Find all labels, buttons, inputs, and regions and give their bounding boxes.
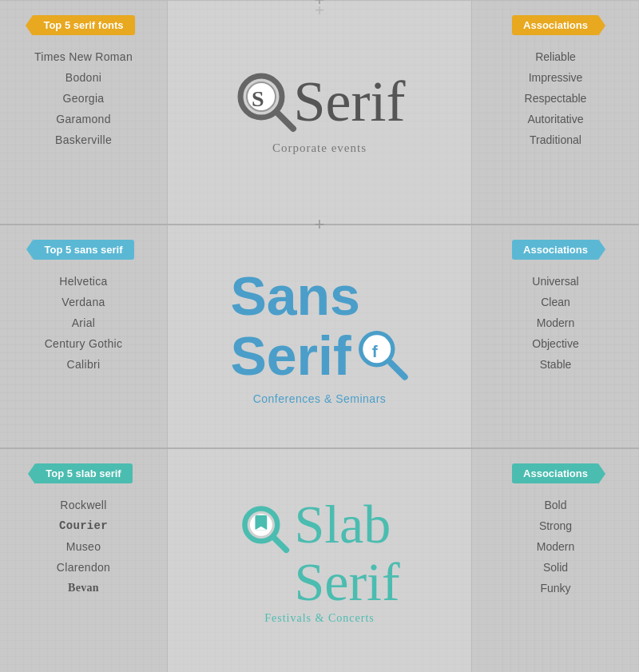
serif-title-text: Serif bbox=[294, 73, 406, 130]
svg-text:S: S bbox=[252, 86, 264, 111]
serif-center-panel: S Serif Corporate events bbox=[168, 1, 471, 224]
slab-subtitle-text: Festivals & Concerts bbox=[264, 612, 374, 625]
list-item: Rockwell bbox=[0, 495, 167, 515]
magnifier-serif-icon: S bbox=[234, 70, 298, 133]
svg-line-2 bbox=[276, 112, 293, 129]
list-item: Garamond bbox=[0, 109, 167, 129]
slab-top-fonts-tag: Top 5 slab serif bbox=[34, 463, 132, 483]
list-item: Objective bbox=[472, 333, 639, 354]
list-item: Traditional bbox=[472, 129, 639, 150]
serif-font-list: Times New Roman Bodoni Georgia Garamond … bbox=[0, 46, 167, 150]
magnifier-slab-icon bbox=[239, 503, 291, 555]
slab-font-list: Rockwell Courier Museo Clarendon Bevan bbox=[0, 495, 167, 598]
list-item: Stable bbox=[472, 354, 639, 375]
magnifier-sans-icon: f bbox=[353, 325, 409, 381]
serif-section: Top 5 serif fonts Times New Roman Bodoni… bbox=[0, 0, 639, 225]
list-item: Respectable bbox=[472, 88, 639, 109]
list-item: Bevan bbox=[0, 578, 167, 598]
list-item: Impressive bbox=[472, 67, 639, 88]
sans-assoc-list: Universal Clean Modern Objective Stable bbox=[472, 271, 639, 375]
list-item: Calibri bbox=[0, 354, 167, 375]
svg-text:f: f bbox=[371, 342, 378, 360]
list-item: Georgia bbox=[0, 88, 167, 109]
sans-logo: Sans Serif f bbox=[230, 268, 408, 387]
slab-left-panel: Top 5 slab serif Rockwell Courier Museo … bbox=[0, 449, 168, 672]
sans-associations-tag: Associations bbox=[512, 240, 599, 260]
sans-right-panel: Associations Universal Clean Modern Obje… bbox=[471, 225, 639, 448]
list-item: Funky bbox=[472, 578, 639, 598]
list-item: Times New Roman bbox=[0, 46, 167, 67]
sans-left-panel: Top 5 sans serif Helvetica Verdana Arial… bbox=[0, 225, 168, 448]
list-item: Reliable bbox=[472, 46, 639, 67]
sans-title2-text: Serif bbox=[230, 328, 351, 384]
sans-top-fonts-tag: Top 5 sans serif bbox=[33, 240, 133, 260]
sans-subtitle-text: Conferences & Seminars bbox=[253, 392, 387, 405]
slab-section: Top 5 slab serif Rockwell Courier Museo … bbox=[0, 449, 639, 672]
svg-line-7 bbox=[391, 363, 405, 377]
slab-assoc-list: Bold Strong Modern Solid Funky bbox=[472, 495, 639, 598]
slab-center-panel: Slab Serif Festivals & Concerts bbox=[168, 449, 471, 672]
list-item: Courier bbox=[0, 515, 167, 536]
serif-top-fonts-tag: Top 5 serif fonts bbox=[32, 15, 134, 35]
svg-line-12 bbox=[274, 538, 287, 551]
section1-plus-sign: + bbox=[315, 0, 325, 9]
serif-right-panel: Associations Reliable Impressive Respect… bbox=[471, 1, 639, 224]
list-item: Bodoni bbox=[0, 67, 167, 88]
list-item: Modern bbox=[472, 536, 639, 557]
list-item: Museo bbox=[0, 536, 167, 557]
list-item: Clarendon bbox=[0, 557, 167, 578]
list-item: Autoritative bbox=[472, 109, 639, 129]
section2-plus-sign: + bbox=[315, 216, 325, 233]
list-item: Strong bbox=[472, 515, 639, 536]
slab-title2-text: Serif bbox=[294, 554, 399, 610]
sans-font-list: Helvetica Verdana Arial Century Gothic C… bbox=[0, 271, 167, 375]
slab-associations-tag: Associations bbox=[512, 463, 599, 483]
list-item: Universal bbox=[472, 271, 639, 292]
serif-assoc-list: Reliable Impressive Respectable Autorita… bbox=[472, 46, 639, 150]
serif-left-panel: Top 5 serif fonts Times New Roman Bodoni… bbox=[0, 1, 168, 224]
page: + Top 5 serif fonts Times New Roman Bodo… bbox=[0, 0, 639, 672]
list-item: Baskerville bbox=[0, 129, 167, 150]
list-item: Century Gothic bbox=[0, 333, 167, 354]
list-item: Verdana bbox=[0, 292, 167, 312]
list-item: Helvetica bbox=[0, 271, 167, 292]
list-item: Arial bbox=[0, 312, 167, 333]
sans-section: Top 5 sans serif Helvetica Verdana Arial… bbox=[0, 225, 639, 450]
serif-associations-tag: Associations bbox=[512, 15, 599, 35]
slab-right-panel: Associations Bold Strong Modern Solid Fu… bbox=[471, 449, 639, 672]
list-item: Solid bbox=[472, 557, 639, 578]
serif-subtitle-text: Corporate events bbox=[272, 141, 367, 155]
slab-title1-text: Slab bbox=[294, 496, 399, 553]
slab-logo: Slab Serif bbox=[239, 496, 399, 610]
list-item: Bold bbox=[472, 495, 639, 515]
serif-logo: S Serif bbox=[234, 70, 406, 133]
list-item: Clean bbox=[472, 292, 639, 312]
sans-center-panel: Sans Serif f Conferences & Seminars bbox=[168, 225, 471, 448]
sans-title1-text: Sans bbox=[230, 268, 360, 324]
list-item: Modern bbox=[472, 312, 639, 333]
